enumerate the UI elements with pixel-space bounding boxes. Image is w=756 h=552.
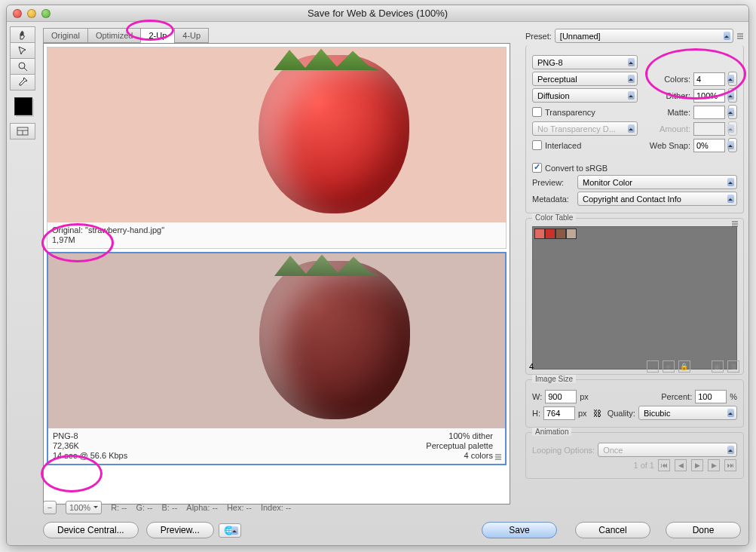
svg-line-1 — [24, 68, 27, 71]
new-color-icon[interactable]: ▣ — [712, 360, 724, 373]
window-title: Save for Web & Devices (100%) — [7, 8, 748, 19]
width-field[interactable]: 900 — [545, 390, 577, 403]
left-toolbar — [10, 26, 37, 139]
done-button[interactable]: Done — [666, 522, 741, 538]
cancel-button[interactable]: Cancel — [575, 522, 650, 538]
swatch-4[interactable] — [566, 228, 577, 239]
transparency-dither-select: No Transparency D... — [532, 121, 638, 136]
save-button[interactable]: Save — [482, 522, 557, 538]
delete-color-icon[interactable]: 🗑 — [727, 360, 739, 373]
zoom-select[interactable]: 100% — [66, 501, 102, 514]
width-label: W: — [532, 392, 542, 401]
next-frame-icon: ▶ — [708, 459, 720, 471]
original-size: 1,97M — [52, 235, 164, 245]
optimized-format: PNG-8 — [53, 431, 127, 441]
readout-g: G: -- — [136, 503, 153, 512]
dialog-buttons: Device Central... Preview... 🌐 Save Canc… — [43, 520, 741, 541]
tab-2up[interactable]: 2-Up — [140, 28, 175, 43]
px-label-2: px — [578, 409, 587, 418]
preview-select[interactable]: Monitor Color — [577, 175, 737, 189]
preview-browser-select[interactable]: 🌐 — [219, 523, 241, 538]
play-icon: ▶ — [691, 459, 703, 471]
tab-original[interactable]: Original — [43, 28, 88, 43]
map-transparent-icon[interactable]: ⬚ — [647, 360, 659, 373]
color-table-title: Color Table — [532, 213, 576, 222]
colors-stepper[interactable] — [728, 72, 737, 86]
svg-point-0 — [19, 63, 25, 69]
preview-menu-icon[interactable] — [494, 453, 502, 461]
optimize-menu-icon[interactable] — [736, 32, 744, 40]
web-shift-icon[interactable]: ◈ — [663, 360, 675, 373]
px-label-1: px — [580, 392, 589, 401]
reduction-select[interactable]: Perceptual — [532, 72, 638, 86]
transparency-label: Transparency — [545, 108, 595, 117]
swatch-3[interactable] — [556, 228, 566, 239]
interlaced-label: Interlaced — [545, 141, 581, 150]
eyedropper-tool[interactable] — [10, 74, 35, 90]
percent-field[interactable]: 100 — [695, 390, 727, 403]
slice-select-tool[interactable] — [10, 42, 35, 59]
interlaced-checkbox[interactable] — [532, 140, 542, 150]
eyedropper-color-swatch[interactable] — [14, 97, 32, 115]
percent-label: Percent: — [661, 392, 692, 401]
lock-color-icon[interactable]: 🔒 — [678, 360, 690, 373]
swatch-1[interactable] — [534, 228, 545, 239]
readout-b: B: -- — [162, 503, 178, 512]
matte-select[interactable] — [728, 105, 737, 119]
settings-panel: Preset: [Unnamed] PNG-8 Perceptual Color… — [525, 26, 744, 515]
height-label: H: — [532, 409, 540, 418]
dither-method-select[interactable]: Diffusion — [532, 88, 638, 103]
metadata-select[interactable]: Copyright and Contact Info — [577, 192, 737, 206]
tab-4up[interactable]: 4-Up — [174, 28, 209, 43]
swatch-2[interactable] — [545, 228, 556, 239]
optimized-palette: Perceptual palette — [426, 441, 493, 451]
color-count: 4 — [529, 362, 534, 371]
toggle-slices-button[interactable] — [10, 123, 35, 140]
constrain-icon[interactable]: ⛓ — [590, 409, 604, 418]
matte-label: Matte: — [667, 108, 690, 117]
preview-pane-original[interactable]: Original: "strawberry-hand.jpg" 1,97M — [47, 47, 507, 249]
preview-button[interactable]: Preview... — [146, 522, 214, 538]
websnap-stepper[interactable] — [728, 138, 737, 152]
dither-stepper[interactable] — [728, 88, 737, 103]
status-bar: − 100% R: -- G: -- B: -- Alpha: -- Hex: … — [43, 500, 510, 515]
amount-label: Amount: — [660, 124, 690, 133]
dither-field[interactable]: 100% — [693, 89, 725, 103]
loop-label: Looping Options: — [532, 446, 595, 455]
view-tabs: OriginalOptimized2-Up4-Up — [43, 28, 208, 43]
srgb-checkbox[interactable] — [532, 163, 542, 173]
color-swatches — [534, 228, 577, 239]
quality-label: Quality: — [608, 409, 635, 418]
last-frame-icon: ⏭ — [724, 459, 736, 471]
tab-optimized[interactable]: Optimized — [87, 28, 142, 43]
device-central-button[interactable]: Device Central... — [43, 522, 139, 538]
color-table[interactable] — [532, 226, 737, 370]
metadata-label: Metadata: — [532, 195, 574, 204]
quality-select[interactable]: Bicubic — [638, 406, 737, 420]
amount-field — [693, 122, 725, 136]
titlebar[interactable]: Save for Web & Devices (100%) — [7, 5, 748, 22]
hand-tool[interactable] — [10, 26, 35, 43]
original-filename: Original: "strawberry-hand.jpg" — [52, 225, 164, 235]
prev-frame-icon: ◀ — [675, 459, 687, 471]
websnap-field[interactable]: 0% — [693, 139, 725, 152]
zoom-out-button[interactable]: − — [43, 501, 57, 514]
readout-r: R: -- — [111, 503, 127, 512]
preview-pane-optimized[interactable]: PNG-8 72,36K 14 sec @ 56.6 Kbps 100% dit… — [47, 252, 507, 465]
optimized-colors: 4 colors — [426, 451, 493, 461]
optimized-dither: 100% dither — [426, 431, 493, 441]
websnap-label: Web Snap: — [650, 141, 690, 150]
dither-label: Dither: — [666, 91, 690, 100]
format-select[interactable]: PNG-8 — [532, 55, 638, 69]
zoom-tool[interactable] — [10, 58, 35, 75]
srgb-label: Convert to sRGB — [545, 164, 608, 173]
loop-select: Once — [598, 443, 737, 457]
transparency-checkbox[interactable] — [532, 107, 542, 117]
preview-label: Preview: — [532, 178, 574, 187]
preset-select[interactable]: [Unnamed] — [555, 29, 733, 43]
readout-alpha: Alpha: -- — [186, 503, 218, 512]
height-field[interactable]: 764 — [543, 406, 575, 420]
frame-counter: 1 of 1 — [633, 461, 654, 470]
colors-field[interactable]: 4 — [693, 72, 725, 86]
matte-field[interactable] — [693, 106, 725, 119]
